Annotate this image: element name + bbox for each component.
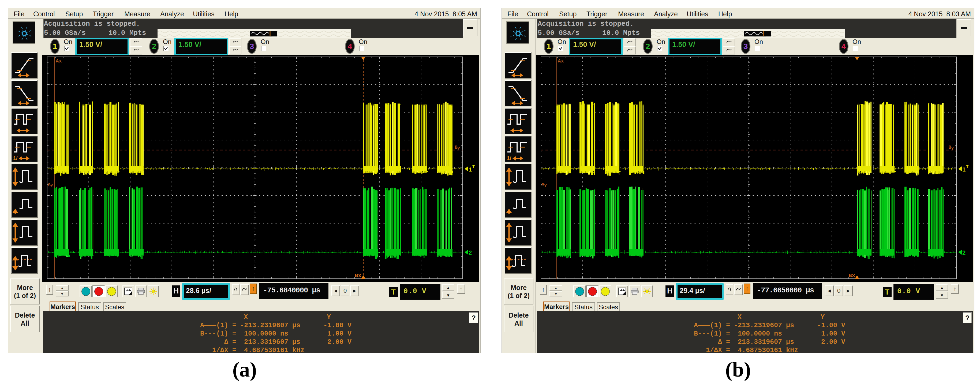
svg-text:T: T xyxy=(966,164,969,169)
svg-text:1/: 1/ xyxy=(507,155,511,161)
svg-text:2: 2 xyxy=(963,249,966,256)
svg-text:2: 2 xyxy=(469,249,472,256)
svg-text:Bx: Bx xyxy=(848,272,856,279)
svg-text:1: 1 xyxy=(963,166,966,173)
svg-text:T: T xyxy=(473,164,475,169)
svg-text:Ax: Ax xyxy=(56,58,62,64)
svg-text:Bx: Bx xyxy=(355,272,362,279)
svg-text:Ax: Ax xyxy=(558,58,564,64)
svg-text:1: 1 xyxy=(469,166,472,173)
svg-text:1/: 1/ xyxy=(13,155,18,161)
